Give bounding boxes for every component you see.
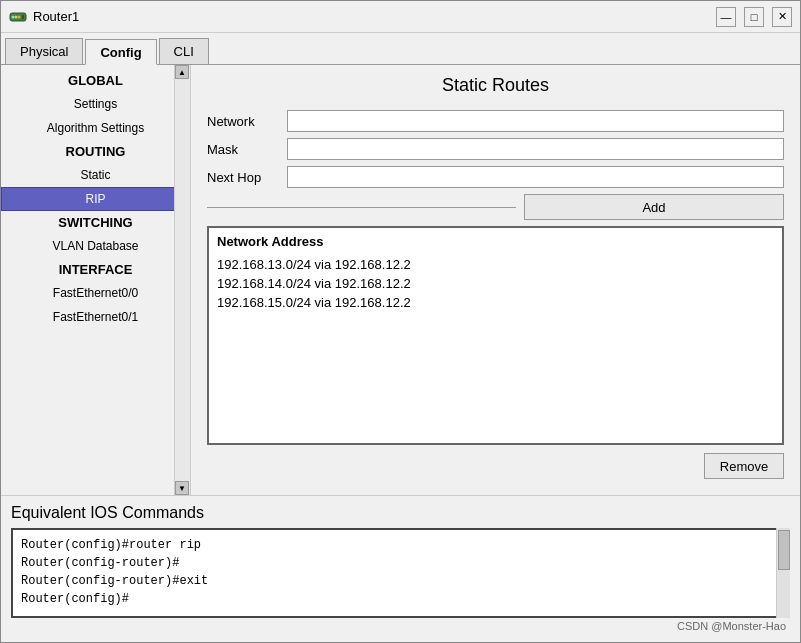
sidebar-item-algorithm-settings[interactable]: Algorithm Settings	[1, 116, 190, 140]
sidebar-section-switching: SWITCHING	[1, 211, 190, 234]
svg-rect-4	[22, 15, 24, 19]
add-button[interactable]: Add	[524, 194, 784, 220]
nexthop-input[interactable]	[287, 166, 784, 188]
tab-bar: Physical Config CLI	[1, 33, 800, 65]
mask-label: Mask	[207, 142, 287, 157]
console-line: Router(config-router)#	[21, 554, 780, 572]
network-table: Network Address 192.168.13.0/24 via 192.…	[207, 226, 784, 445]
bottom-section: Equivalent IOS Commands Router(config)#r…	[1, 495, 800, 642]
network-table-header: Network Address	[213, 232, 778, 251]
title-bar: Router1 — □ ✕	[1, 1, 800, 33]
sidebar: GLOBAL Settings Algorithm Settings ROUTI…	[1, 65, 191, 495]
scroll-down-arrow[interactable]: ▼	[175, 481, 189, 495]
main-window: Router1 — □ ✕ Physical Config CLI GLOBAL…	[0, 0, 801, 643]
console-line: Router(config)#	[21, 590, 780, 608]
svg-point-2	[15, 15, 18, 18]
ios-commands-title: Equivalent IOS Commands	[11, 504, 790, 522]
sidebar-item-static[interactable]: Static	[1, 163, 190, 187]
main-content: GLOBAL Settings Algorithm Settings ROUTI…	[1, 65, 800, 495]
window-title: Router1	[33, 9, 79, 24]
svg-point-1	[12, 15, 15, 18]
watermark: CSDN @Monster-Hao	[11, 618, 790, 634]
table-row[interactable]: 192.168.14.0/24 via 192.168.12.2	[213, 274, 778, 293]
console-scrollbar	[776, 528, 790, 618]
console-line: Router(config)#router rip	[21, 536, 780, 554]
title-bar-left: Router1	[9, 8, 79, 26]
sidebar-item-settings[interactable]: Settings	[1, 92, 190, 116]
svg-point-3	[18, 15, 21, 18]
sidebar-item-vlan-database[interactable]: VLAN Database	[1, 234, 190, 258]
network-input[interactable]	[287, 110, 784, 132]
sidebar-section-routing: ROUTING	[1, 140, 190, 163]
nexthop-row: Next Hop	[207, 166, 784, 188]
maximize-button[interactable]: □	[744, 7, 764, 27]
nexthop-label: Next Hop	[207, 170, 287, 185]
scroll-up-arrow[interactable]: ▲	[175, 65, 189, 79]
console-line: Router(config-router)#exit	[21, 572, 780, 590]
remove-button[interactable]: Remove	[704, 453, 784, 479]
network-label: Network	[207, 114, 287, 129]
sidebar-item-fastethernet0-0[interactable]: FastEthernet0/0	[1, 281, 190, 305]
close-button[interactable]: ✕	[772, 7, 792, 27]
mask-row: Mask	[207, 138, 784, 160]
mask-input[interactable]	[287, 138, 784, 160]
router-icon	[9, 8, 27, 26]
table-row[interactable]: 192.168.13.0/24 via 192.168.12.2	[213, 255, 778, 274]
right-panel: Static Routes Network Mask Next Hop Add	[191, 65, 800, 495]
ios-console[interactable]: Router(config)#router rip Router(config-…	[11, 528, 790, 618]
tab-cli[interactable]: CLI	[159, 38, 209, 64]
sidebar-scrollbar: ▲ ▼	[174, 65, 190, 495]
add-row: Add	[207, 194, 784, 220]
tab-config[interactable]: Config	[85, 39, 156, 65]
minimize-button[interactable]: —	[716, 7, 736, 27]
sidebar-section-global: GLOBAL	[1, 69, 190, 92]
scrollbar-thumb[interactable]	[778, 530, 790, 570]
sidebar-item-fastethernet0-1[interactable]: FastEthernet0/1	[1, 305, 190, 329]
sidebar-item-rip[interactable]: RIP	[1, 187, 190, 211]
panel-title: Static Routes	[207, 75, 784, 96]
title-bar-controls: — □ ✕	[716, 7, 792, 27]
network-row: Network	[207, 110, 784, 132]
console-container: Router(config)#router rip Router(config-…	[11, 528, 790, 618]
table-row[interactable]: 192.168.15.0/24 via 192.168.12.2	[213, 293, 778, 312]
remove-row: Remove	[207, 453, 784, 479]
divider-line	[207, 207, 516, 208]
tab-physical[interactable]: Physical	[5, 38, 83, 64]
sidebar-section-interface: INTERFACE	[1, 258, 190, 281]
